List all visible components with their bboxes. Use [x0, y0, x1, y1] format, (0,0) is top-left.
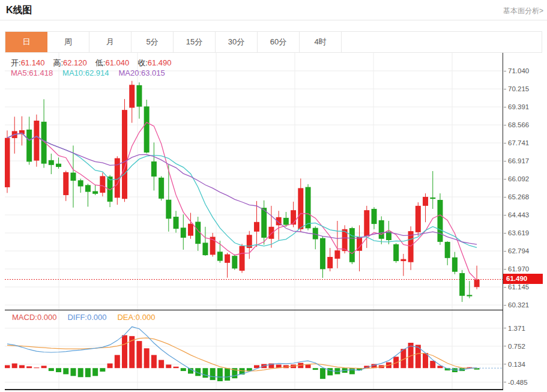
candle-body-29: [217, 252, 223, 261]
tab-period-0[interactable]: 日: [5, 32, 47, 52]
ma-item-1: MA10:62.914: [62, 68, 109, 77]
candle-body-22: [166, 200, 171, 219]
candle-body-42: [313, 228, 318, 240]
macd-bar-9: [70, 368, 76, 376]
macd-bar-0: [5, 365, 10, 368]
candle-body-36: [268, 227, 274, 239]
candle-body-30: [225, 255, 230, 263]
macd-bar-17: [129, 336, 134, 368]
candle-body-12: [92, 191, 98, 193]
candle-body-45: [334, 250, 340, 259]
macd-bar-29: [217, 368, 223, 381]
candle-body-27: [202, 243, 208, 255]
macd-bar-10: [78, 368, 83, 377]
tab-period-1[interactable]: 周: [47, 32, 89, 52]
candle-body-60: [445, 242, 450, 258]
title-divider: [0, 20, 547, 20]
macd-bar-42: [313, 368, 318, 370]
candle-body-58: [430, 198, 435, 199]
candle-body-4: [34, 121, 39, 161]
candle-body-3: [26, 130, 32, 161]
kline-chart-canvas[interactable]: [5, 53, 503, 390]
tabbar-filler: [342, 32, 542, 52]
candle-body-21: [159, 178, 164, 199]
macd-bar-4: [34, 367, 39, 368]
candle-body-7: [56, 164, 61, 167]
macd-bar-16: [122, 335, 127, 368]
tab-period-4[interactable]: 15分: [174, 32, 216, 52]
tab-period-2[interactable]: 月: [89, 32, 131, 52]
macd-bar-14: [107, 363, 113, 368]
candle-body-57: [423, 197, 428, 206]
candle-body-8: [63, 172, 68, 195]
ma-item-2: MA20:63.015: [118, 68, 165, 77]
candle-body-35: [261, 208, 267, 238]
macd-bar-7: [56, 368, 61, 372]
price-tick-label-0: 71.040: [504, 67, 529, 75]
candle-body-40: [298, 188, 303, 229]
macd-bar-24: [181, 368, 186, 371]
ma-item-0: MA5:61.418: [11, 68, 53, 77]
ma-legend: MA5:61.418MA10:62.914MA20:63.015: [11, 68, 175, 77]
macd-bar-8: [63, 368, 68, 374]
candle-body-59: [437, 200, 443, 242]
macd-bar-43: [320, 368, 325, 379]
tab-period-3[interactable]: 5分: [131, 32, 174, 52]
price-tick-label-4: 67.741: [504, 139, 529, 147]
candle-body-64: [474, 279, 480, 287]
candle-body-13: [100, 176, 105, 193]
candle-body-56: [416, 206, 421, 232]
macd-bar-6: [49, 368, 54, 371]
macd-bar-23: [174, 367, 179, 368]
macd-bar-3: [26, 366, 32, 368]
macd-bar-19: [144, 348, 150, 368]
macd-item-0: MACD:0.000: [12, 313, 56, 322]
macd-tick-label-0: 1.371: [504, 324, 525, 333]
macd-bar-27: [202, 368, 208, 378]
price-tick-label-1: 70.215: [504, 85, 529, 93]
macd-bar-5: [41, 366, 47, 368]
tab-period-6[interactable]: 60分: [258, 32, 300, 52]
macd-item-1: DIFF:0.000: [67, 313, 106, 322]
price-tick-label-13: 60.321: [504, 301, 529, 309]
tab-period-5[interactable]: 30分: [216, 32, 258, 52]
price-tick-label-5: 66.917: [504, 157, 529, 165]
ma10-line: [7, 133, 477, 248]
price-tick-label-9: 63.619: [504, 229, 529, 237]
current-price-value: 61.490: [506, 275, 527, 282]
macd-bar-21: [159, 360, 164, 369]
candle-body-34: [254, 222, 259, 232]
fundamental-analysis-link[interactable]: 基本面分析>: [503, 6, 543, 16]
candle-body-53: [393, 244, 399, 261]
macd-bar-20: [151, 355, 157, 368]
macd-tick-label-2: 0.134: [504, 360, 525, 369]
candle-body-55: [408, 231, 414, 262]
macd-bar-53: [393, 357, 399, 368]
period-tabbar: 日周月5分15分30分60分4时: [5, 31, 542, 53]
candle-body-50: [372, 209, 377, 224]
candle-body-9: [70, 173, 76, 181]
candle-body-0: [5, 138, 10, 187]
candle-body-20: [151, 161, 157, 176]
candle-body-17: [129, 85, 134, 107]
candle-body-19: [144, 106, 150, 152]
current-price-badge: 61.490: [503, 274, 543, 284]
ohlc-item-1: 高:62.120: [53, 58, 86, 67]
price-tick-label-10: 62.794: [504, 247, 529, 255]
macd-bar-18: [136, 341, 142, 368]
macd-bar-28: [210, 368, 216, 380]
candle-body-16: [122, 110, 127, 199]
macd-bar-47: [349, 368, 355, 374]
tab-period-7[interactable]: 4时: [300, 32, 342, 52]
price-tick-label-7: 65.268: [504, 193, 529, 201]
kline-page: K线图 基本面分析> 日周月5分15分30分60分4时 71.04070.215…: [0, 0, 547, 392]
price-tick-label-2: 69.391: [504, 103, 529, 111]
ma20-line: [7, 133, 477, 244]
price-tick-label-11: 61.970: [504, 265, 529, 273]
candle-body-24: [181, 228, 186, 238]
candle-body-63: [467, 295, 472, 296]
ohlc-item-2: 低:61.040: [95, 58, 129, 67]
ohlc-item-3: 收:61.490: [138, 58, 171, 67]
dea-line: [7, 338, 477, 371]
candle-body-25: [188, 224, 193, 236]
